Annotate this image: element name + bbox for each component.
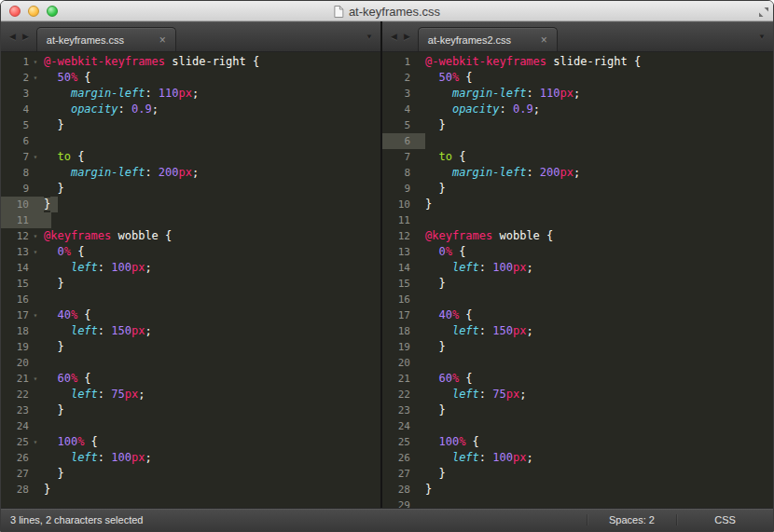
code-line[interactable]: 7▾ to {	[1, 149, 380, 165]
gutter[interactable]: 12	[382, 228, 425, 244]
tab-at-keyframes2-css[interactable]: at-keyframes2.css ×	[418, 27, 558, 51]
line-number[interactable]: 9	[382, 181, 410, 197]
code-line[interactable]: 26 left: 100px;	[1, 450, 380, 466]
line-number[interactable]: 10	[1, 197, 29, 212]
line-number[interactable]: 9	[1, 181, 29, 197]
line-number[interactable]: 12	[382, 228, 410, 244]
line-number[interactable]: 19	[382, 339, 410, 355]
code-line[interactable]: 15 }	[1, 276, 380, 292]
tab-scroll-left-icon[interactable]: ◀	[9, 32, 16, 41]
gutter[interactable]: 8	[382, 165, 425, 181]
line-number[interactable]: 11	[1, 212, 29, 228]
code-line[interactable]: 5 }	[382, 117, 773, 133]
code-line[interactable]: 22 left: 75px;	[1, 387, 380, 402]
gutter[interactable]: 27	[382, 466, 425, 482]
code-line[interactable]: 10}	[1, 197, 380, 212]
gutter[interactable]: 9	[1, 181, 44, 197]
gutter[interactable]: 10	[1, 197, 44, 212]
line-number[interactable]: 5	[382, 117, 410, 133]
code-line[interactable]: 15 }	[382, 276, 773, 292]
code-line[interactable]: 5 }	[1, 117, 380, 133]
gutter[interactable]: 1	[382, 54, 425, 70]
fold-arrow-icon[interactable]: ▾	[29, 228, 42, 244]
gutter[interactable]: 23	[1, 402, 44, 418]
gutter[interactable]: 23	[382, 402, 425, 418]
line-number[interactable]: 3	[1, 86, 29, 102]
fold-arrow-icon[interactable]: ▾	[29, 371, 42, 387]
gutter[interactable]: 7	[382, 149, 425, 165]
line-number[interactable]: 2	[382, 70, 410, 86]
gutter[interactable]: 5	[1, 117, 44, 133]
fold-arrow-icon[interactable]: ▾	[29, 149, 42, 165]
zoom-button[interactable]	[47, 6, 58, 17]
code-line[interactable]: 16	[1, 292, 380, 307]
code-line[interactable]: 16	[382, 292, 773, 307]
code-line[interactable]: 14 left: 100px;	[1, 260, 380, 276]
code-line[interactable]: 10}	[382, 197, 773, 212]
line-number[interactable]: 24	[1, 418, 29, 434]
gutter[interactable]: 20	[1, 355, 44, 371]
code-line[interactable]: 21▾ 60% {	[1, 371, 380, 387]
code-line[interactable]: 6	[382, 133, 773, 149]
gutter[interactable]: 21▾	[1, 371, 44, 387]
code-line[interactable]: 13▾ 0% {	[1, 244, 380, 260]
tab-at-keyframes-css[interactable]: at-keyframes.css ×	[36, 27, 176, 51]
code-line[interactable]: 14 left: 100px;	[382, 260, 773, 276]
line-number[interactable]: 14	[382, 260, 410, 276]
code-line[interactable]: 25▾ 100% {	[1, 434, 380, 450]
gutter[interactable]: 9	[382, 181, 425, 197]
gutter[interactable]: 24	[1, 418, 44, 434]
line-number[interactable]: 20	[382, 355, 410, 371]
line-number[interactable]: 19	[1, 339, 29, 355]
fold-arrow-icon[interactable]: ▾	[29, 307, 42, 323]
line-number[interactable]: 8	[382, 165, 410, 181]
gutter[interactable]: 11	[1, 212, 44, 228]
gutter[interactable]: 2▾	[1, 70, 44, 86]
fold-arrow-icon[interactable]: ▾	[29, 54, 42, 70]
tab-list-dropdown-icon[interactable]: ▼	[366, 33, 373, 41]
code-line[interactable]: 17 40% {	[382, 307, 773, 323]
line-number[interactable]: 12	[1, 228, 29, 244]
line-number[interactable]: 24	[382, 418, 410, 434]
code-line[interactable]: 19 }	[1, 339, 380, 355]
code-line[interactable]: 26 left: 100px;	[382, 450, 773, 466]
gutter[interactable]: 10	[382, 197, 425, 212]
gutter[interactable]: 7▾	[1, 149, 44, 165]
line-number[interactable]: 28	[382, 482, 410, 498]
editor-right[interactable]: 1@-webkit-keyframes slide-right {2 50% {…	[382, 52, 773, 508]
line-number[interactable]: 25	[1, 434, 29, 450]
code-line[interactable]: 23 }	[1, 402, 380, 418]
line-number[interactable]: 15	[1, 276, 29, 292]
gutter[interactable]: 26	[382, 450, 425, 466]
code-line[interactable]: 2 50% {	[382, 70, 773, 86]
code-line[interactable]: 11	[382, 212, 773, 228]
fold-arrow-icon[interactable]: ▾	[29, 70, 42, 86]
tab-close-icon[interactable]: ×	[541, 34, 547, 46]
gutter[interactable]: 14	[382, 260, 425, 276]
code-line[interactable]: 18 left: 150px;	[1, 323, 380, 339]
gutter[interactable]: 5	[382, 117, 425, 133]
code-line[interactable]: 21 60% {	[382, 371, 773, 387]
line-number[interactable]: 8	[1, 165, 29, 181]
fold-arrow-icon[interactable]: ▾	[29, 434, 42, 450]
code-line[interactable]: 24	[382, 418, 773, 434]
code-line[interactable]: 22 left: 75px;	[382, 387, 773, 402]
code-line[interactable]: 18 left: 150px;	[382, 323, 773, 339]
code-line[interactable]: 28}	[1, 482, 380, 498]
tab-scroll-right-icon[interactable]: ▶	[404, 32, 410, 41]
code-line[interactable]: 1▾@-webkit-keyframes slide-right {	[1, 54, 380, 70]
gutter[interactable]: 19	[382, 339, 425, 355]
line-number[interactable]: 14	[1, 260, 29, 276]
indent-status[interactable]: Spaces: 2	[587, 514, 676, 525]
line-number[interactable]: 26	[382, 450, 410, 466]
line-number[interactable]: 15	[382, 276, 410, 292]
gutter[interactable]: 22	[1, 387, 44, 402]
gutter[interactable]: 3	[382, 86, 425, 102]
code-line[interactable]: 19 }	[382, 339, 773, 355]
code-line[interactable]: 12@keyframes wobble {	[382, 228, 773, 244]
code-line[interactable]: 13 0% {	[382, 244, 773, 260]
line-number[interactable]: 28	[1, 482, 29, 498]
code-line[interactable]: 11	[1, 212, 380, 228]
code-line[interactable]: 2▾ 50% {	[1, 70, 380, 86]
line-number[interactable]: 17	[1, 307, 29, 323]
